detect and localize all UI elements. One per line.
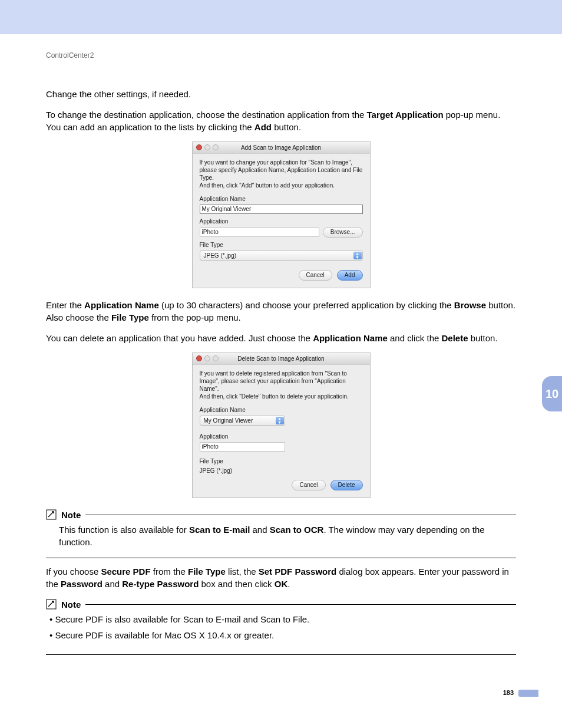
- cancel-button[interactable]: Cancel: [299, 270, 332, 281]
- close-icon[interactable]: [196, 144, 202, 150]
- page-top-band: [0, 0, 562, 34]
- cancel-button[interactable]: Cancel: [292, 480, 325, 490]
- file-type-popup[interactable]: JPEG (*.jpg) ▲▼: [200, 251, 363, 261]
- browse-button[interactable]: Browse...: [323, 227, 363, 238]
- svg-rect-1: [47, 599, 56, 609]
- page-footer: 183: [0, 686, 562, 702]
- note-label: Note: [61, 509, 81, 521]
- paragraph: You can delete an application that you h…: [46, 332, 516, 344]
- horizontal-rule: [46, 558, 516, 558]
- dialog-title: Delete Scan to Image Application: [237, 355, 324, 362]
- zoom-icon: [213, 355, 219, 361]
- dialog-titlebar: Add Scan to Image Application: [193, 142, 370, 154]
- paragraph: Change the other settings, if needed.: [46, 88, 516, 100]
- dialog-description: If you want to delete registered applica…: [200, 370, 363, 400]
- application-name-input[interactable]: My Original Viewer: [200, 205, 363, 214]
- delete-scan-dialog: Delete Scan to Image Application If you …: [192, 353, 371, 498]
- breadcrumb: ControlCenter2: [46, 51, 516, 61]
- paragraph: Enter the Application Name (up to 30 cha…: [46, 299, 516, 324]
- horizontal-rule: [85, 515, 516, 515]
- svg-rect-0: [47, 510, 56, 519]
- delete-button[interactable]: Delete: [330, 480, 363, 490]
- add-button[interactable]: Add: [337, 270, 363, 281]
- chevron-updown-icon: ▲▼: [276, 417, 284, 424]
- paragraph: To change the destination application, c…: [46, 108, 516, 133]
- field-label: Application: [200, 218, 363, 226]
- note-body: This function is also available for Scan…: [46, 521, 516, 554]
- field-label: Application Name: [200, 406, 363, 414]
- note-block: Note Secure PDF is also available for Sc…: [46, 598, 516, 655]
- field-label: Application Name: [200, 195, 363, 203]
- note-block: Note This function is also available for…: [46, 509, 516, 558]
- application-name-popup[interactable]: My Original Viewer ▲▼: [200, 416, 285, 426]
- dialog-title: Add Scan to Image Application: [241, 144, 321, 151]
- close-icon[interactable]: [196, 355, 202, 361]
- horizontal-rule: [85, 604, 516, 605]
- application-path-input[interactable]: iPhoto: [200, 228, 319, 237]
- field-label: File Type: [200, 241, 363, 249]
- chevron-updown-icon: ▲▼: [353, 252, 362, 259]
- minimize-icon: [204, 355, 210, 361]
- minimize-icon: [204, 144, 210, 150]
- add-scan-dialog: Add Scan to Image Application If you wan…: [192, 141, 371, 288]
- list-item: Secure PDF is also available for Scan to…: [49, 613, 516, 625]
- chapter-tab: 10: [542, 376, 562, 411]
- field-label: File Type: [200, 457, 363, 466]
- field-label: Application: [200, 433, 363, 441]
- note-icon: [46, 599, 57, 610]
- footer-accent: [518, 690, 538, 697]
- dialog-description: If you want to change your application f…: [200, 159, 363, 189]
- application-path-display: iPhoto: [200, 442, 285, 452]
- note-icon: [46, 509, 57, 520]
- zoom-icon: [213, 144, 219, 150]
- note-label: Note: [61, 598, 81, 611]
- horizontal-rule: [46, 654, 516, 655]
- list-item: Secure PDF is available for Mac OS X 10.…: [49, 629, 516, 641]
- paragraph: If you choose Secure PDF from the File T…: [46, 565, 516, 590]
- dialog-titlebar: Delete Scan to Image Application: [193, 353, 370, 365]
- file-type-display: JPEG (*.jpg): [200, 467, 363, 475]
- page-number: 183: [503, 689, 514, 696]
- note-body: Secure PDF is also available for Scan to…: [46, 611, 516, 651]
